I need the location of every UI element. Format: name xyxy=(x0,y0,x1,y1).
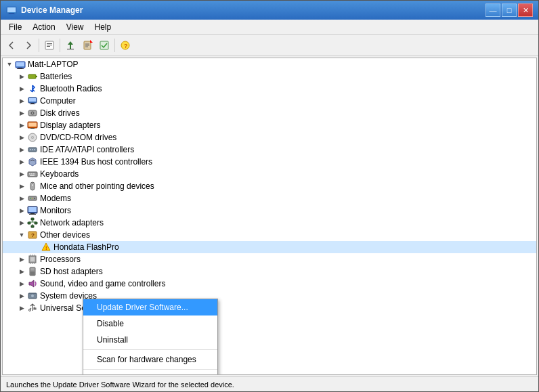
svg-rect-18 xyxy=(36,76,37,77)
node-icon-keyboards xyxy=(27,169,38,179)
tree-item-network[interactable]: ▶ Network adapters xyxy=(3,217,536,229)
node-icon-bluetooth xyxy=(27,83,38,94)
svg-rect-7 xyxy=(47,46,50,47)
svg-point-31 xyxy=(32,137,33,138)
context-menu-properties[interactable]: Properties xyxy=(83,371,217,375)
tree-item-ieee[interactable]: ▶ IEEE 1394 Bus host controllers xyxy=(3,156,536,168)
tree-item-ieee-label: IEEE 1394 Bus host controllers xyxy=(40,157,152,167)
tree-item-modems[interactable]: ▶ Modems xyxy=(3,192,536,204)
node-icon-system xyxy=(27,290,38,301)
node-icon-monitors xyxy=(27,205,38,216)
node-icon-disk xyxy=(27,108,38,118)
toolbar-sep-1 xyxy=(39,39,39,52)
tree-item-monitors[interactable]: ▶ Monitors xyxy=(3,204,536,217)
node-icon-ieee xyxy=(27,156,38,167)
tree-item-sound[interactable]: ▶ Sound, video and game controllers xyxy=(3,278,536,290)
expand-icon-batteries: ▶ xyxy=(16,71,27,82)
update-driver-button[interactable] xyxy=(62,37,79,53)
menu-action[interactable]: Action xyxy=(27,21,60,32)
tree-item-disk[interactable]: ▶ Disk drives xyxy=(3,107,536,119)
expand-icon-root: ▼ xyxy=(4,59,15,70)
tree-item-keyboards[interactable]: ▶ Keyboards xyxy=(3,168,536,180)
menu-bar: File Action View Help xyxy=(1,20,538,35)
tree-item-computer[interactable]: ▶ Computer xyxy=(3,95,536,107)
tree-item-bluetooth[interactable]: ▶ Bluetooth Radios xyxy=(3,83,536,95)
node-icon-root xyxy=(15,59,26,70)
menu-file[interactable]: File xyxy=(3,21,27,32)
minimize-button[interactable]: — xyxy=(486,3,500,17)
svg-point-45 xyxy=(32,198,33,199)
context-menu-disable[interactable]: Disable xyxy=(83,315,217,332)
expand-icon-usb: ▶ xyxy=(16,303,27,313)
context-menu-update-driver[interactable]: Update Driver Software... xyxy=(83,299,217,315)
tree-item-disk-label: Disk drives xyxy=(40,108,80,118)
node-icon-ide xyxy=(27,144,38,155)
tree-item-proc[interactable]: ▶ Processors xyxy=(3,253,536,265)
svg-rect-1 xyxy=(7,7,16,12)
tree-item-dvd[interactable]: ▶ DVD/CD-ROM drives xyxy=(3,131,536,144)
back-button[interactable] xyxy=(3,37,20,53)
tree-item-sd[interactable]: ▶ SD host adapters xyxy=(3,265,536,278)
expand-icon-keyboards: ▶ xyxy=(16,169,27,179)
scan-hardware-button[interactable] xyxy=(96,37,112,53)
context-menu-scan[interactable]: Scan for hardware changes xyxy=(83,351,217,368)
window-icon xyxy=(6,5,17,16)
tree-item-other[interactable]: ▼ ? Other devices xyxy=(3,229,536,241)
svg-rect-33 xyxy=(30,149,31,150)
node-icon-batteries xyxy=(27,71,38,82)
svg-rect-51 xyxy=(31,218,34,220)
tree-item-root[interactable]: ▼ Matt-LAPTOP xyxy=(3,58,536,70)
device-manager-window: Device Manager — □ ✕ File Action View He… xyxy=(0,0,539,392)
svg-rect-21 xyxy=(31,103,34,104)
expand-icon-monitors: ▶ xyxy=(16,205,27,216)
main-content: ▼ Matt-LAPTOP ▶ xyxy=(1,56,538,376)
svg-rect-22 xyxy=(30,104,35,104)
tree-item-display[interactable]: ▶ Display adapters xyxy=(3,119,536,131)
toolbar: ? xyxy=(1,35,538,56)
context-menu: Update Driver Software... Disable Uninst… xyxy=(83,299,218,375)
svg-rect-50 xyxy=(29,214,36,215)
toolbar-sep-3 xyxy=(114,39,115,52)
expand-icon-mice: ▶ xyxy=(16,181,27,192)
help-button[interactable]: ? xyxy=(117,37,133,53)
expand-icon-network: ▶ xyxy=(16,217,27,228)
tree-item-network-label: Network adapters xyxy=(40,218,104,227)
properties-button[interactable] xyxy=(41,37,58,53)
svg-rect-6 xyxy=(47,45,52,45)
maximize-button[interactable]: □ xyxy=(502,3,517,17)
menu-help[interactable]: Help xyxy=(89,21,117,32)
tree-item-hondata[interactable]: ! Hondata FlashPro xyxy=(3,241,536,253)
tree-item-monitors-label: Monitors xyxy=(40,206,71,215)
svg-rect-54 xyxy=(31,225,34,227)
tree-item-batteries[interactable]: ▶ Batteries xyxy=(3,70,536,83)
forward-button[interactable] xyxy=(20,37,37,53)
svg-rect-28 xyxy=(30,128,35,129)
expand-icon-display: ▶ xyxy=(16,120,27,131)
node-icon-sd xyxy=(27,266,38,277)
svg-rect-40 xyxy=(30,175,35,177)
expand-icon-dvd: ▶ xyxy=(16,132,27,143)
tree-item-dvd-label: DVD/CD-ROM drives xyxy=(40,133,116,142)
expand-icon-modems: ▶ xyxy=(16,193,27,204)
expand-icon-sound: ▶ xyxy=(16,278,27,289)
node-icon-display xyxy=(27,120,38,131)
svg-point-46 xyxy=(34,198,35,199)
node-icon-proc xyxy=(27,254,38,265)
uninstall-button[interactable] xyxy=(79,37,95,53)
tree-item-mice[interactable]: ▶ Mice and other pointing devices xyxy=(3,180,536,192)
svg-rect-20 xyxy=(29,98,36,102)
close-button[interactable]: ✕ xyxy=(518,3,533,17)
svg-rect-27 xyxy=(28,123,37,127)
tree-item-ide[interactable]: ▶ IDE ATA/ATAPI controllers xyxy=(3,144,536,156)
node-icon-other: ? xyxy=(27,230,38,240)
tree-item-hondata-label: Hondata FlashPro xyxy=(53,242,119,252)
node-icon-sound xyxy=(27,278,38,289)
context-menu-uninstall[interactable]: Uninstall xyxy=(83,332,217,348)
device-tree[interactable]: ▼ Matt-LAPTOP ▶ xyxy=(2,58,537,375)
context-menu-sep-2 xyxy=(83,369,217,370)
svg-rect-37 xyxy=(29,173,30,175)
node-icon-dvd xyxy=(27,132,38,143)
svg-text:?: ? xyxy=(31,232,35,238)
svg-rect-39 xyxy=(33,173,35,175)
menu-view[interactable]: View xyxy=(61,21,89,32)
